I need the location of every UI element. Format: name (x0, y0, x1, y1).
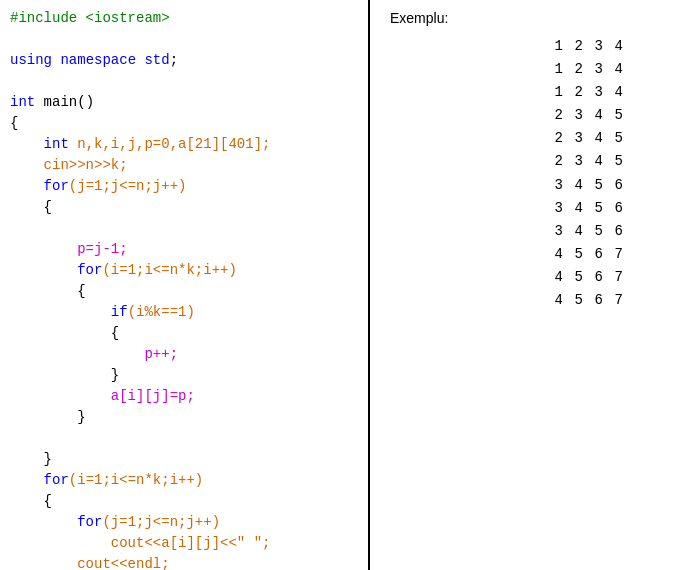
code-line: { (10, 281, 358, 302)
code-line: { (10, 323, 358, 344)
output-number: 4 (569, 197, 583, 220)
code-line (10, 71, 358, 92)
output-number: 1 (549, 81, 563, 104)
output-row: 2345 (390, 127, 663, 150)
output-number: 2 (569, 81, 583, 104)
output-number: 2 (549, 127, 563, 150)
output-number: 5 (569, 289, 583, 312)
output-number: 6 (589, 289, 603, 312)
output-number: 3 (589, 81, 603, 104)
output-row: 2345 (390, 150, 663, 173)
output-number: 2 (569, 35, 583, 58)
output-row: 4567 (390, 243, 663, 266)
code-line: #include <iostream> (10, 8, 358, 29)
output-number: 7 (609, 243, 623, 266)
code-line: for(i=1;i<=n*k;i++) (10, 470, 358, 491)
output-number: 4 (549, 266, 563, 289)
output-number: 4 (609, 81, 623, 104)
code-line: { (10, 491, 358, 512)
output-number: 4 (589, 127, 603, 150)
output-number: 1 (549, 58, 563, 81)
code-line: { (10, 113, 358, 134)
output-row: 1234 (390, 81, 663, 104)
code-line (10, 218, 358, 239)
code-line: p=j-1; (10, 239, 358, 260)
output-number: 5 (589, 220, 603, 243)
code-line: for(i=1;i<=n*k;i++) (10, 260, 358, 281)
code-line: for(j=1;j<=n;j++) (10, 512, 358, 533)
output-number: 7 (609, 266, 623, 289)
output-number: 4 (569, 220, 583, 243)
output-number: 5 (609, 127, 623, 150)
code-line: if(i%k==1) (10, 302, 358, 323)
output-number: 2 (549, 104, 563, 127)
code-line (10, 428, 358, 449)
output-row: 4567 (390, 266, 663, 289)
code-line: using namespace std; (10, 50, 358, 71)
output-number: 1 (549, 35, 563, 58)
code-line: } (10, 407, 358, 428)
code-line: cout<<endl; (10, 554, 358, 570)
output-number: 5 (609, 104, 623, 127)
output-number: 5 (589, 174, 603, 197)
output-number: 5 (589, 197, 603, 220)
output-number: 3 (569, 150, 583, 173)
output-title: Exemplu: (390, 8, 663, 29)
output-number: 3 (569, 104, 583, 127)
code-line: } (10, 449, 358, 470)
output-number: 6 (589, 243, 603, 266)
output-number: 3 (549, 220, 563, 243)
code-line (10, 29, 358, 50)
output-row: 1234 (390, 58, 663, 81)
output-number: 5 (569, 243, 583, 266)
output-number: 6 (609, 174, 623, 197)
code-line: int n,k,i,j,p=0,a[21][401]; (10, 134, 358, 155)
output-row: 4567 (390, 289, 663, 312)
output-number: 7 (609, 289, 623, 312)
code-line: a[i][j]=p; (10, 386, 358, 407)
code-line: p++; (10, 344, 358, 365)
output-number: 3 (589, 58, 603, 81)
code-line: for(j=1;j<=n;j++) (10, 176, 358, 197)
output-row: 3456 (390, 174, 663, 197)
code-line: cin>>n>>k; (10, 155, 358, 176)
output-number: 3 (589, 35, 603, 58)
output-number: 4 (609, 58, 623, 81)
output-number: 4 (589, 150, 603, 173)
code-line: { (10, 197, 358, 218)
output-number: 6 (609, 197, 623, 220)
output-number: 3 (549, 197, 563, 220)
output-number: 4 (589, 104, 603, 127)
output-row: 3456 (390, 220, 663, 243)
output-number: 4 (549, 289, 563, 312)
output-number: 4 (569, 174, 583, 197)
output-panel: Exemplu: 1234123412342345234523453456345… (370, 0, 683, 570)
output-number: 2 (569, 58, 583, 81)
code-line: int main() (10, 92, 358, 113)
code-panel: #include <iostream> using namespace std;… (0, 0, 370, 570)
output-row: 2345 (390, 104, 663, 127)
code-line: cout<<a[i][j]<<" "; (10, 533, 358, 554)
output-number: 4 (549, 243, 563, 266)
output-row: 3456 (390, 197, 663, 220)
output-number: 6 (589, 266, 603, 289)
code-line: } (10, 365, 358, 386)
output-number: 5 (569, 266, 583, 289)
output-row: 1234 (390, 35, 663, 58)
output-number: 6 (609, 220, 623, 243)
output-number: 4 (609, 35, 623, 58)
output-number: 3 (569, 127, 583, 150)
output-number: 2 (549, 150, 563, 173)
output-number: 3 (549, 174, 563, 197)
output-grid: 1234123412342345234523453456345634564567… (390, 35, 663, 312)
output-number: 5 (609, 150, 623, 173)
